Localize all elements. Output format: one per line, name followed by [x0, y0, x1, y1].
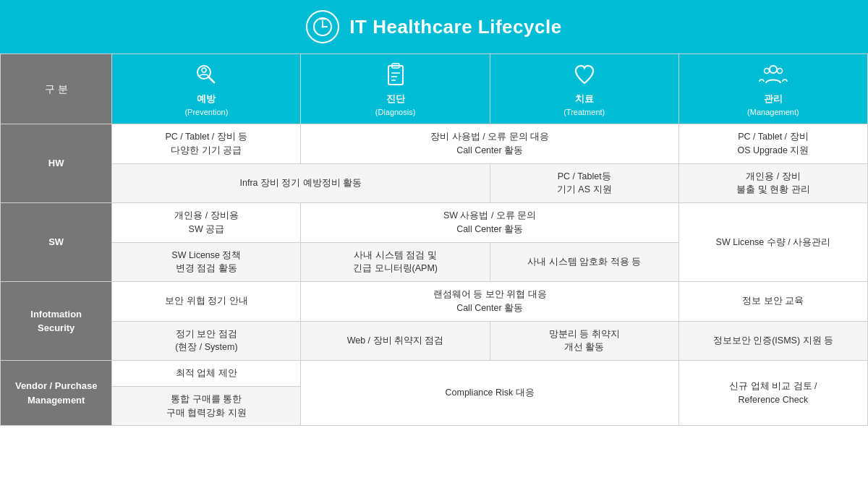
col-category-label: 구 분 [45, 83, 68, 95]
prevention-sub: (Prevention) [116, 106, 296, 119]
clock-icon [312, 17, 333, 37]
management-icon [684, 60, 863, 89]
sw-r2-prevention: SW License 정책변경 점검 활동 [112, 242, 301, 282]
hw-row-2: Infra 장비 정기 예방정비 활동 PC / Tablet등기기 AS 지원… [1, 163, 868, 203]
infosec-category: Infotmation Security [1, 282, 112, 361]
sw-r2-diagnosis: 사내 시스템 점검 및긴급 모니터링(APM) [301, 242, 490, 282]
prevention-icon [116, 60, 296, 89]
header-icon-circle [306, 10, 339, 43]
management-sub: (Management) [684, 106, 863, 119]
treatment-label: 치료 [495, 92, 674, 106]
sw-r2-treatment: 사내 시스템 암호화 적용 등 [490, 242, 678, 282]
infosec-r1-diag-treat: 랜섬웨어 등 보안 위협 대응Call Center 활동 [301, 282, 678, 322]
vendor-category: Vendor / Purchase Management [1, 361, 112, 426]
page-header: IT Healthcare Lifecycle [0, 0, 868, 53]
col-header-prevention: 예방 (Prevention) [112, 54, 301, 124]
page-title: IT Healthcare Lifecycle [349, 16, 561, 38]
hw-category: HW [1, 124, 112, 203]
hw-r1-diag-treat: 장비 사용법 / 오류 문의 대응Call Center 활동 [301, 124, 678, 164]
column-header-row: 구 분 예방 (Prevention) [1, 54, 868, 124]
infosec-r2-diagnosis: Web / 장비 취약지 점검 [301, 321, 490, 361]
hw-r2-prev-diag: Infra 장비 정기 예방정비 활동 [112, 163, 490, 203]
svg-line-6 [209, 77, 215, 83]
svg-rect-8 [388, 66, 403, 85]
sw-management: SW License 수량 / 사용관리 [678, 203, 867, 282]
diagnosis-icon [305, 60, 485, 89]
sw-category: SW [1, 203, 112, 282]
svg-point-7 [202, 68, 206, 72]
treatment-icon [495, 60, 674, 89]
hw-r1-management: PC / Tablet / 장비OS Upgrade 지원 [678, 124, 867, 164]
lifecycle-table: 구 분 예방 (Prevention) [0, 53, 868, 426]
svg-point-15 [764, 69, 769, 74]
diagnosis-label: 진단 [305, 92, 485, 106]
infosec-r1-prevention: 보안 위협 정기 안내 [112, 282, 301, 322]
col-header-management: 관리 (Management) [678, 54, 867, 124]
hw-r1-prevention: PC / Tablet / 장비 등다양한 기기 공급 [112, 124, 301, 164]
sw-r1-prevention: 개인용 / 장비용SW 공급 [112, 203, 301, 243]
svg-point-3 [322, 26, 324, 28]
svg-point-13 [770, 66, 777, 73]
col-header-category: 구 분 [1, 54, 112, 124]
vendor-r1-prevention: 최적 업체 제안 [112, 361, 301, 387]
col-header-treatment: 치료 (Treatment) [490, 54, 678, 124]
infosec-row-2: 정기 보안 점검(현장 / System) Web / 장비 취약지 점검 망분… [1, 321, 868, 361]
prevention-label: 예방 [116, 92, 296, 106]
infosec-r2-prevention: 정기 보안 점검(현장 / System) [112, 321, 301, 361]
vendor-management: 신규 업체 비교 검토 /Reference Check [678, 361, 867, 426]
infosec-r1-management: 정보 보안 교육 [678, 282, 867, 322]
sw-row-1: SW 개인용 / 장비용SW 공급 SW 사용법 / 오류 문의Call Cen… [1, 203, 868, 243]
management-label: 관리 [684, 92, 863, 106]
svg-point-14 [777, 69, 782, 74]
treatment-sub: (Treatment) [495, 106, 674, 119]
hw-row-1: HW PC / Tablet / 장비 등다양한 기기 공급 장비 사용법 / … [1, 124, 868, 164]
vendor-r2-prevention: 통합 구매를 통한구매 협력강화 지원 [112, 386, 301, 426]
col-header-diagnosis: 진단 (Diagnosis) [301, 54, 490, 124]
infosec-row-1: Infotmation Security 보안 위협 정기 안내 랜섬웨어 등 … [1, 282, 868, 322]
hw-r2-treatment: PC / Tablet등기기 AS 지원 [490, 163, 678, 203]
infosec-r2-treatment: 망분리 등 취약지개선 활동 [490, 321, 678, 361]
diagnosis-sub: (Diagnosis) [305, 106, 485, 119]
sw-r1-diag-treat: SW 사용법 / 오류 문의Call Center 활동 [301, 203, 678, 243]
vendor-row-1: Vendor / Purchase Management 최적 업체 제안 Co… [1, 361, 868, 387]
hw-r2-management: 개인용 / 장비불출 및 현황 관리 [678, 163, 867, 203]
vendor-diag-treat: Compliance Risk 대응 [301, 361, 678, 426]
infosec-r2-management: 정보보안 인증(ISMS) 지원 등 [678, 321, 867, 361]
